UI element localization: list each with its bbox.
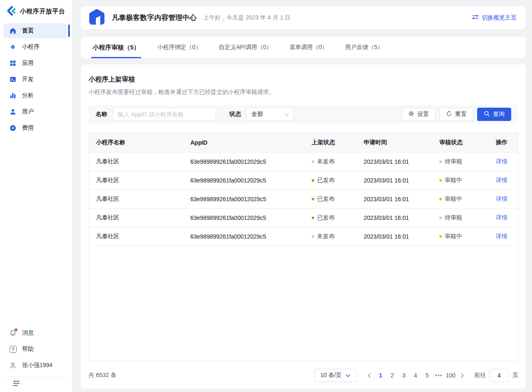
section-description: 小程序发布需要经过审核，检查并通过下方已经提交的小程序审核请求。 (89, 89, 518, 96)
column-header-actions: 操作 (493, 139, 518, 146)
prev-page-button[interactable] (364, 369, 375, 382)
apply-time: 2023/03/01 16:01 (364, 196, 439, 202)
tab-miniprogram-binding[interactable]: 小程序绑定（0） (157, 37, 201, 58)
app-id: 63e989899261fa00012029c5 (190, 233, 312, 240)
publish-status: 已发布 (312, 177, 364, 184)
goto-page-input[interactable] (490, 369, 509, 382)
sidebar-item-messages[interactable]: 消息 (3, 325, 66, 340)
page-number-5[interactable]: 5 (421, 369, 433, 382)
sidebar-item-apps[interactable]: 应用 (3, 56, 66, 71)
page-number-last[interactable]: 100 (445, 369, 457, 382)
tab-label: 自定义API调用（0） (219, 44, 272, 51)
table-row: 凡泰社区 63e989899261fa00012029c5 未发布 2023/0… (89, 227, 518, 246)
reset-button[interactable]: 重置 (439, 108, 473, 121)
table-row: 凡泰社区 63e989899261fa00012029c5 已发布 2023/0… (89, 190, 518, 209)
detail-link[interactable]: 详情 (496, 177, 507, 183)
publish-status: 已发布 (312, 214, 364, 222)
sidebar-item-label: 首页 (22, 27, 34, 35)
sidebar-menu: 首页 小程序 (0, 22, 72, 137)
sidebar-item-label: 帮助 (22, 345, 34, 353)
page-size-value: 10 条/页 (320, 372, 341, 379)
sidebar-item-develop[interactable]: 开发 (3, 72, 66, 87)
tab-label: 菜单调用（0） (290, 44, 328, 51)
status-dot (312, 160, 314, 163)
more-pages-button[interactable]: ••• (433, 369, 445, 382)
status-dot (439, 160, 442, 163)
apps-grid-icon (9, 59, 17, 67)
column-header-publish-status: 上架状态 (312, 139, 364, 146)
status-dot (312, 217, 314, 219)
table-row: 凡泰社区 63e989899261fa00012029c5 已发布 2023/0… (89, 171, 518, 190)
column-header-review-status: 审核状态 (439, 139, 493, 146)
page-number-3[interactable]: 3 (398, 369, 410, 382)
user-outline-icon (9, 362, 17, 369)
sidebar-item-users[interactable]: 用户 (3, 104, 66, 119)
main-area: 凡泰极客数字内容管理中心 上午好，今天是 2023 年 4 月 1 日 切换概览… (73, 0, 532, 392)
detail-link[interactable]: 详情 (496, 233, 507, 239)
sidebar-item-help[interactable]: ? 帮助 (3, 342, 66, 357)
sidebar-bottom: 消息 ? 帮助 张小强1994 (0, 325, 72, 392)
detail-link[interactable]: 详情 (496, 195, 507, 202)
page-number-4[interactable]: 4 (410, 369, 421, 382)
settings-button[interactable]: 设置 (401, 108, 436, 121)
page-number-1[interactable]: 1 (375, 369, 387, 382)
app-id: 63e989899261fa00012029c5 (190, 196, 312, 202)
bell-icon (9, 329, 17, 337)
publish-status: 未发布 (312, 233, 364, 240)
status-select[interactable]: 全部 (246, 108, 294, 121)
chevron-down-icon (345, 372, 350, 379)
review-status: 待审核 (439, 158, 493, 165)
refresh-icon (446, 111, 452, 118)
name-search-input[interactable] (112, 108, 216, 121)
tab-miniprogram-review[interactable]: 小程序审核（5） (93, 37, 140, 58)
sidebar-item-label: 用户 (22, 108, 34, 116)
section-title: 小程序上架审核 (89, 75, 518, 84)
sidebar-item-billing[interactable]: ¥ 费用 (3, 121, 66, 136)
status-dot (439, 179, 442, 182)
sidebar-item-home[interactable]: 首页 (3, 23, 66, 38)
brand-name: 小程序开放平台 (20, 7, 65, 15)
gear-icon (408, 111, 414, 118)
review-status: 审核中 (439, 177, 493, 184)
status-filter-label: 状态 (229, 111, 241, 118)
miniprogram-name: 凡泰社区 (89, 177, 190, 184)
apply-time: 2023/03/01 16:01 (364, 233, 439, 240)
sidebar-item-miniprogram[interactable]: 小程序 (3, 39, 66, 54)
tab-user-feedback[interactable]: 用户反馈（5） (345, 37, 383, 58)
svg-text:¥: ¥ (12, 126, 14, 130)
status-select-value: 全部 (251, 111, 284, 118)
status-dot (312, 198, 314, 200)
search-button[interactable]: 查询 (477, 108, 511, 121)
miniprogram-name: 凡泰社区 (89, 158, 190, 165)
next-page-button[interactable] (457, 369, 468, 382)
sidebar-item-label: 应用 (22, 59, 34, 67)
search-label: 查询 (493, 111, 505, 118)
column-header-apply-time: 申请时间 (364, 139, 439, 146)
column-header-appid: AppID (190, 139, 312, 146)
tab-menu-calls[interactable]: 菜单调用（0） (290, 37, 328, 58)
username-label: 张小强1994 (22, 362, 52, 369)
diamond-icon (9, 43, 17, 51)
filter-actions: 设置 重置 (401, 108, 511, 121)
collapse-sidebar-button[interactable] (3, 376, 69, 392)
sidebar-item-account[interactable]: 张小强1994 (3, 358, 66, 373)
goto-label: 前往 (474, 372, 486, 379)
collapse-sidebar-icon (12, 381, 20, 388)
brand-logo-icon (6, 5, 17, 17)
page-number-2[interactable]: 2 (387, 369, 398, 382)
detail-link[interactable]: 详情 (496, 214, 507, 221)
tab-custom-api-calls[interactable]: 自定义API调用（0） (219, 37, 272, 58)
tab-bar: 小程序审核（5） 小程序绑定（0） 自定义API调用（0） 菜单调用（0） 用户… (81, 37, 526, 58)
detail-link[interactable]: 详情 (496, 158, 507, 165)
page-header: 凡泰极客数字内容管理中心 上午好，今天是 2023 年 4 月 1 日 切换概览… (81, 6, 526, 29)
page-size-select[interactable]: 10 条/页 (314, 369, 357, 382)
switch-overview-link[interactable]: 切换概览主页 (472, 14, 517, 22)
sidebar-item-analytics[interactable]: 分析 (3, 88, 66, 103)
column-header-name: 小程序名称 (89, 139, 190, 146)
miniprogram-name: 凡泰社区 (89, 195, 190, 203)
status-dot (439, 217, 442, 219)
table-row: 凡泰社区 63e989899261fa00012029c5 已发布 2023/0… (89, 209, 518, 227)
pager: 1 2 3 4 5 ••• 100 (364, 369, 468, 382)
apply-time: 2023/03/01 16:01 (364, 177, 439, 184)
status-dot (312, 235, 314, 238)
